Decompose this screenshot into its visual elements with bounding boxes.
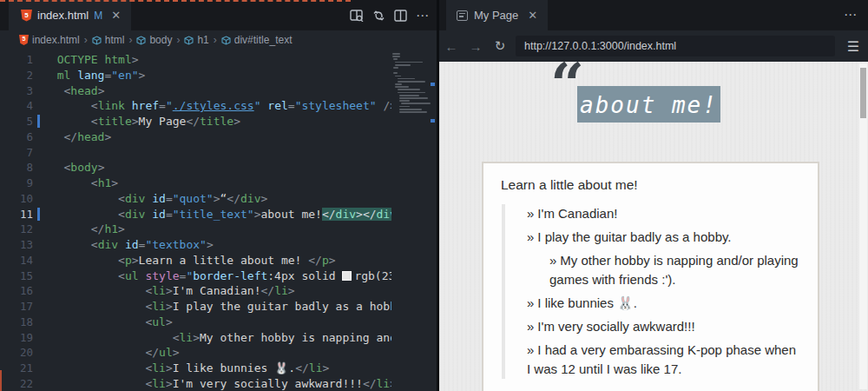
code-line: [43, 145, 391, 161]
minimap-modified-marker: [431, 83, 435, 86]
forward-icon[interactable]: →: [464, 39, 488, 54]
code-line: ml lang="en">: [43, 68, 391, 83]
back-icon[interactable]: ←: [439, 39, 464, 54]
line-number: 22: [0, 376, 42, 391]
code-line: <ul style="border-left:4px solid rgb(231…: [43, 268, 391, 284]
line-number: 11: [0, 207, 42, 222]
page-scrollbar[interactable]: [859, 63, 867, 389]
line-number: 14: [0, 253, 42, 268]
preview-pane: My Page ✕ ⋯ ← → ↻ http://127.0.0.1:3000/…: [437, 0, 868, 391]
editor-pane: 5 index.html M ✕ ⋯ 5index.html›html›body…: [0, 0, 437, 391]
tab-my-page[interactable]: My Page ✕: [446, 0, 548, 30]
code-line: <div id="title_text">about me!</div></di…: [43, 207, 391, 222]
code-line: <head>: [43, 83, 391, 99]
list-bullet: »: [527, 206, 534, 221]
breadcrumb-separator: ›: [176, 34, 180, 46]
page-title: about me!: [580, 90, 718, 118]
list-bullet: »: [527, 295, 534, 310]
open-changes-icon[interactable]: [372, 10, 385, 22]
code-area[interactable]: OCTYPE html> ml lang="en"> <head> <link …: [43, 52, 391, 391]
url-input[interactable]: http://127.0.0.1:3000/index.html: [516, 36, 835, 56]
window-top-border: [0, 0, 351, 2]
list-bullet: »: [527, 319, 534, 334]
html-file-icon: 5: [21, 10, 32, 22]
code-line: <p>Learn a little about me! </p>: [43, 253, 391, 268]
nested-list: »My other hobby is napping and/or playin…: [527, 251, 800, 289]
preview-more-icon[interactable]: ⋯: [844, 7, 858, 23]
close-preview-icon[interactable]: ✕: [528, 9, 537, 22]
line-number: 2: [0, 68, 42, 83]
git-modified-badge: M: [94, 10, 102, 22]
line-number: 3: [0, 83, 42, 99]
line-number: 16: [0, 283, 42, 299]
line-number: 5: [0, 114, 42, 129]
about-list: »I'm Canadian!»I play the guitar badly a…: [502, 204, 800, 379]
split-editor-icon[interactable]: [394, 10, 407, 22]
code-line: </h1>: [43, 222, 391, 237]
textbox-card: Learn a little about me! »I'm Canadian!»…: [482, 162, 819, 391]
symbol-cube-icon: [184, 36, 194, 45]
preview-navbar: ← → ↻ http://127.0.0.1:3000/index.html ☰: [439, 30, 868, 62]
symbol-cube-icon: [221, 36, 231, 45]
quote-mark: “: [550, 62, 584, 114]
code-line: </ul>: [43, 345, 391, 361]
editor-gutter: 12345678910111213141516171819202122: [0, 52, 42, 391]
preview-tab-title: My Page: [474, 9, 518, 22]
list-item: »I'm Canadian!: [527, 204, 800, 223]
git-modified-gutter-bar: [37, 115, 40, 128]
line-number: 15: [0, 268, 42, 284]
list-item: »My other hobby is napping and/or playin…: [549, 251, 800, 289]
code-line: <h1>: [43, 176, 391, 191]
preview-tab-icon: [457, 10, 468, 21]
list-item: »I had a very embarassing K-pop phase wh…: [527, 341, 800, 379]
code-line: <li>I like bunnies 🐰.</li>: [43, 361, 391, 376]
line-number: 18: [0, 315, 42, 330]
line-number: 13: [0, 237, 42, 253]
window-left-border: [0, 370, 2, 391]
code-line: <li>I'm very socially awkward!!!</li>: [43, 376, 391, 391]
code-line: <div id="textbox">: [43, 237, 391, 253]
page-scrollbar-thumb[interactable]: [860, 68, 866, 118]
symbol-cube-icon: [92, 36, 102, 45]
menu-icon[interactable]: ☰: [847, 38, 859, 55]
breadcrumb-item-index-html[interactable]: 5index.html: [19, 34, 80, 46]
more-actions-icon[interactable]: ⋯: [416, 8, 430, 23]
open-preview-icon[interactable]: [350, 10, 364, 22]
breadcrumb: 5index.html›html›body›h1›div#title_text: [0, 30, 437, 50]
rendered-page: “ about me! Learn a little about me! »I'…: [439, 62, 868, 391]
html-file-icon: 5: [19, 35, 29, 45]
breadcrumb-item-h1[interactable]: h1: [184, 34, 208, 46]
line-number: 4: [0, 98, 42, 114]
minimap[interactable]: [391, 53, 435, 114]
page-title-highlight: about me!: [577, 86, 720, 123]
git-modified-gutter-bar: [37, 208, 40, 221]
line-number: 9: [0, 176, 42, 191]
breadcrumb-separator: ›: [214, 34, 217, 46]
code-line: <li>My other hobby is napping and/o: [43, 330, 391, 346]
code-line: <title>My Page</title>: [43, 114, 391, 129]
breadcrumb-item-html[interactable]: html: [92, 34, 125, 46]
line-number: 7: [0, 145, 42, 161]
breadcrumb-item-div-title-text[interactable]: div#title_text: [221, 34, 293, 46]
preview-tab-bar: My Page ✕ ⋯: [439, 0, 868, 30]
list-bullet: »: [527, 342, 534, 357]
intro-text: Learn a little about me!: [501, 177, 800, 193]
tab-index-html[interactable]: 5 index.html M ✕: [9, 0, 131, 30]
line-number: 10: [0, 191, 42, 207]
code-line: <li>I'm Canadian!</li>: [43, 283, 391, 299]
code-editor[interactable]: 12345678910111213141516171819202122 OCTY…: [0, 50, 437, 391]
line-number: 1: [0, 52, 42, 68]
editor-tab-bar: 5 index.html M ✕ ⋯: [0, 0, 437, 30]
close-tab-icon[interactable]: ✕: [111, 9, 121, 22]
vscode-window: 5 index.html M ✕ ⋯ 5index.html›html›body…: [0, 0, 868, 391]
line-number: 12: [0, 222, 42, 237]
code-line: <ul>: [43, 315, 391, 330]
line-number: 19: [0, 330, 42, 346]
code-line: <div id="quot">“</div>: [43, 191, 391, 207]
list-item: »I'm very socially awkward!!!: [527, 317, 800, 336]
breadcrumb-item-body[interactable]: body: [136, 34, 172, 46]
line-number: 20: [0, 345, 42, 361]
code-line: <link href="./styles.css" rel="styleshee…: [43, 98, 391, 114]
reload-icon[interactable]: ↻: [488, 38, 512, 54]
minimap-modified-marker: [431, 119, 435, 123]
